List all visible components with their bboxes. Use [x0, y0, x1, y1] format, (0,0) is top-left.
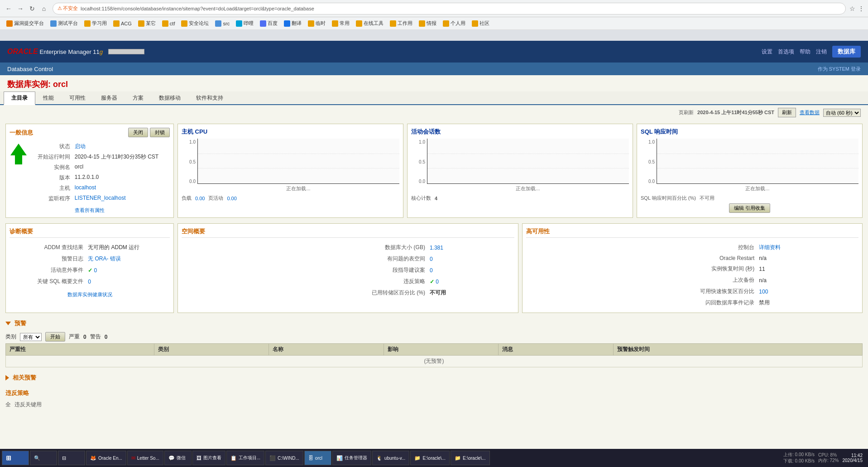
tab-performance[interactable]: 性能 [35, 91, 62, 104]
bookmark-ctf[interactable]: ctf [159, 19, 178, 28]
console-value[interactable]: 详细资料 [759, 244, 781, 250]
back-button[interactable]: ← [4, 4, 14, 14]
task-manager-button[interactable]: 📊 任务管理器 [332, 451, 371, 465]
sql-chart-area: 1.0 0.5 0.0 正在加载... [641, 139, 858, 193]
help-link[interactable]: 帮助 [800, 48, 810, 56]
auto-refresh-select[interactable]: 自动 (60 秒) [823, 109, 861, 117]
load-value[interactable]: 0.00 [195, 196, 205, 201]
edit-reference-btn[interactable]: 编辑 引用收集 [729, 203, 770, 213]
project-button[interactable]: 📋 工作项目... [226, 451, 264, 465]
fast-recovery-label: 可用快速恢复区百分比 [527, 286, 757, 297]
bookmark-temp[interactable]: 临时 [305, 19, 328, 28]
orcl-button[interactable]: 🗄 orcl [304, 451, 331, 465]
bookmark-work[interactable]: 工作用 [387, 19, 415, 28]
settings-link[interactable]: 设置 [762, 48, 772, 56]
start-button[interactable]: 开始 [45, 332, 65, 342]
sql-edit-container: 编辑 引用收集 [641, 203, 858, 213]
sql-key-value[interactable]: 0 [88, 279, 91, 285]
letter-icon: ✉ [131, 455, 135, 461]
bookmark-intel[interactable]: 情报 [416, 19, 439, 28]
page-activity-value[interactable]: 0.00 [227, 196, 236, 201]
ubuntu-button[interactable]: 🐧 ubuntu-v... [372, 451, 410, 465]
view-data-link[interactable]: 查看数据 [800, 109, 820, 116]
bookmark-icon [419, 20, 425, 27]
tab-main[interactable]: 主目录 [4, 91, 35, 105]
bookmark-personal[interactable]: 个人用 [440, 19, 468, 28]
listener-value[interactable]: LISTENER_localhost [75, 195, 126, 201]
problem-tables-value[interactable]: 0 [430, 256, 433, 262]
taskview-icon: ⊟ [62, 455, 66, 461]
bookmark-common[interactable]: 常用 [329, 19, 352, 28]
bookmark-icon [6, 20, 13, 27]
related-alerts-header[interactable]: 相关预警 [5, 371, 863, 385]
bookmark-icon [113, 20, 120, 27]
search-taskbar-button[interactable]: 🔍 [30, 451, 57, 465]
tab-software-support[interactable]: 软件和支持 [188, 91, 231, 104]
refresh-button[interactable]: ↻ [27, 4, 37, 14]
browser-chrome: ← → ↻ ⌂ ⚠ 不安全 localhost:1158/em/console/… [0, 0, 868, 41]
refresh-button[interactable]: 刷新 [778, 108, 796, 117]
diagnostics-title: 诊断概要 [10, 227, 170, 238]
sql-chart-footer: SQL 响应时间百分比 (%) 不可用 [641, 193, 858, 202]
bookmark-translate[interactable]: 翻译 [281, 19, 304, 28]
start-menu-button[interactable]: ⊞ [2, 451, 29, 465]
logout-link[interactable]: 注销 [816, 48, 827, 56]
tab-availability[interactable]: 可用性 [62, 91, 93, 104]
image-viewer-button[interactable]: 🖼 图片查看 [192, 451, 225, 465]
host-value[interactable]: localhost [75, 184, 96, 191]
database-nav-btn[interactable]: 数据库 [832, 46, 861, 58]
policy-value[interactable]: 0 [436, 279, 439, 285]
view-all-props-link[interactable]: 查看所有属性 [75, 207, 105, 213]
incident-value[interactable]: 0 [94, 267, 97, 274]
col-time: 预警触发时间 [613, 344, 862, 356]
wechat-button[interactable]: 💬 微信 [164, 451, 192, 465]
bookmark-vulnerability[interactable]: 漏洞提交平台 [4, 19, 47, 28]
address-bar[interactable]: ⚠ 不安全 localhost:1158/em/console/database… [53, 3, 846, 14]
bookmark-online-tools[interactable]: 在线工具 [353, 19, 386, 28]
filter-select[interactable]: 所有 严重 警告 [20, 333, 42, 341]
firefox-button[interactable]: 🦊 Oracle En... [86, 451, 126, 465]
bookmark-baidu[interactable]: 百度 [257, 19, 280, 28]
segment-value[interactable]: 0 [430, 267, 433, 274]
listener-label: 监听程序 [32, 194, 72, 203]
alert-log-value[interactable]: 无 ORA- 错误 [88, 255, 121, 262]
bookmark-bilibili[interactable]: 哔哩 [233, 19, 256, 28]
taskview-button[interactable]: ⊟ [58, 451, 85, 465]
explorer2-button[interactable]: 📁 E:\oracle\... [451, 451, 490, 465]
fast-recovery-value[interactable]: 100 [759, 289, 768, 295]
tab-data-movement[interactable]: 数据移动 [151, 91, 188, 104]
lock-button[interactable]: 封锁 [150, 128, 170, 137]
bookmark-security-forum[interactable]: 安全论坛 [178, 19, 211, 28]
tab-schema[interactable]: 方案 [125, 91, 151, 104]
bookmark-test[interactable]: 测试平台 [48, 19, 81, 28]
refresh-bar: 页刷新 2020-4-15 上午11时41分55秒 CST 刷新 查看数据 自动… [0, 105, 868, 120]
violation-sub-label: 全 [5, 401, 11, 409]
cmd-button[interactable]: ⬛ C:\WIND... [265, 451, 303, 465]
tab-server[interactable]: 服务器 [93, 91, 125, 104]
bookmark-icon [308, 20, 314, 27]
preferences-link[interactable]: 首选项 [778, 48, 794, 56]
close-button[interactable]: 关闭 [128, 128, 148, 137]
core-count-value: 4 [435, 196, 437, 201]
bookmark-community[interactable]: 社区 [469, 19, 492, 28]
alerts-header[interactable]: 预警 [5, 317, 863, 330]
home-button[interactable]: ⌂ [39, 4, 49, 14]
db-size-value[interactable]: 1.381 [430, 245, 443, 251]
health-status-link[interactable]: 数据库实例健康状况 [67, 292, 112, 297]
cpu-grid-line-1 [198, 154, 399, 154]
col-impact: 影响 [384, 344, 499, 356]
bookmark-src[interactable]: src [212, 19, 232, 28]
bookmark-other[interactable]: 某它 [135, 19, 158, 28]
sessions-chart-footer: 核心计数 4 [411, 193, 629, 202]
letter-sorter-button[interactable]: ✉ Letter So... [127, 451, 163, 465]
sessions-chart-area: 1.0 0.5 0.0 正在加载... [411, 139, 629, 193]
forward-button[interactable]: → [15, 4, 25, 14]
explorer-button[interactable]: 📁 E:\oracle\... [410, 451, 450, 465]
addm-value: 无可用的 ADDM 运行 [86, 242, 169, 253]
related-alerts-section: 相关预警 [0, 371, 868, 386]
bookmark-learning[interactable]: 学习用 [82, 19, 110, 28]
warning-label: 警告 [90, 333, 101, 341]
bookmark-acg[interactable]: ACG [110, 19, 134, 28]
status-value[interactable]: 启动 [75, 143, 86, 149]
problem-tables-label: 有问题的表空间 [182, 254, 427, 264]
